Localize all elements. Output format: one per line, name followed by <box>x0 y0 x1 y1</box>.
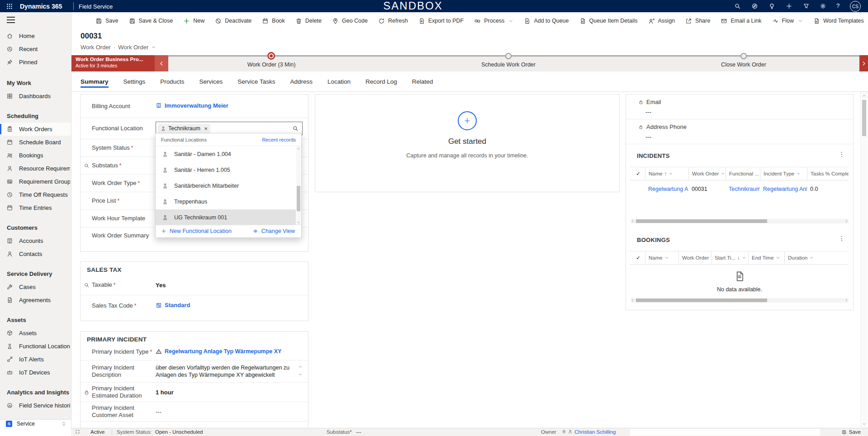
sidebar-item-resource-requirements[interactable]: Resource Requireme... <box>0 162 71 175</box>
assign-button[interactable]: Assign <box>648 18 675 24</box>
bpf-stage-schedule-work-order[interactable]: Schedule Work Order <box>481 55 536 71</box>
scrollbar-thumb[interactable] <box>862 100 866 136</box>
sidebar-item-pinned[interactable]: Pinned <box>0 56 71 69</box>
sidebar-item-work-orders[interactable]: Work Orders <box>0 123 71 136</box>
primary-incident-description-value[interactable]: über diesen Vorfalltyp werden die Regelw… <box>156 364 293 379</box>
sidebar-item-iot-devices[interactable]: IoT Devices <box>0 366 71 379</box>
footer-expand-icon[interactable] <box>75 429 80 434</box>
tab-summary[interactable]: Summary <box>81 71 109 92</box>
plus-icon[interactable] <box>786 3 792 9</box>
sidebar-item-accounts[interactable]: Accounts <box>0 234 71 247</box>
flow-button[interactable]: Flow <box>772 18 803 24</box>
email-a-link-button[interactable]: Email a Link <box>721 18 761 24</box>
bpf-next-stage-arrow[interactable] <box>859 55 868 71</box>
brand-label[interactable]: Dynamics 365 <box>20 3 62 10</box>
sidebar-item-schedule-board[interactable]: Schedule Board <box>0 136 71 149</box>
scrollbar-thumb[interactable] <box>636 219 767 223</box>
column-header-name[interactable]: Name↑ <box>645 167 688 180</box>
lookup-result-item[interactable]: Sanitärbereich Mitarbeiter <box>156 178 296 194</box>
flyout-scrollbar[interactable] <box>296 146 301 225</box>
owner-value-link[interactable]: Christian Schilling <box>574 429 616 435</box>
column-header-tasks[interactable]: Tasks % Comple... <box>807 167 849 180</box>
sidebar-item-field-service-historical[interactable]: Field Service historic... <box>0 399 71 412</box>
incident-name-link[interactable]: Regelwartung Anla <box>648 186 688 192</box>
bpf-process-badge[interactable]: Work Order Business Pro... Active for 3 … <box>71 55 155 71</box>
lookup-result-item[interactable]: Sanitär - Damen 1.004 <box>156 146 296 162</box>
more-commands-icon[interactable]: ⋮ <box>839 235 845 242</box>
owner-field[interactable] <box>630 429 820 436</box>
search-icon[interactable] <box>292 125 299 132</box>
gear-icon[interactable] <box>820 3 826 9</box>
column-header-functional[interactable]: Functional ... <box>726 167 760 180</box>
sidebar-item-dashboards[interactable]: Dashboards <box>0 90 71 103</box>
breadcrumb-form-selector[interactable]: Work Order <box>118 44 148 51</box>
sidebar-item-bookings[interactable]: Bookings <box>0 149 71 162</box>
customer-asset-value[interactable]: --- <box>156 408 303 415</box>
select-all-checkbox[interactable]: ✓ <box>630 251 645 264</box>
sidebar-item-cases[interactable]: Cases <box>0 280 71 294</box>
footer-save-button[interactable]: Save <box>842 429 861 435</box>
lookup-result-item[interactable]: Sanitär - Herren 1.005 <box>156 162 296 178</box>
delete-button[interactable]: Delete <box>295 18 322 24</box>
substatus-value[interactable]: --- <box>356 429 361 435</box>
billing-account-link[interactable]: Immoverwaltung Meier <box>156 102 228 109</box>
help-icon[interactable]: ? <box>836 2 840 9</box>
sales-tax-code-link[interactable]: Standard <box>156 302 190 308</box>
scroll-up-icon[interactable] <box>298 365 303 369</box>
bpf-collapse-button[interactable] <box>155 55 168 71</box>
lookup-result-item[interactable]: Treppenhaus <box>156 194 296 209</box>
waffle-icon[interactable] <box>6 3 13 10</box>
primary-incident-type-link[interactable]: Regelwartung Anlage Typ Wärmepumpe XY <box>156 348 281 355</box>
book-button[interactable]: Book <box>262 18 285 24</box>
column-header-duration[interactable]: Duration <box>784 251 849 264</box>
avatar[interactable]: CS <box>850 1 861 12</box>
incidents-table-row[interactable]: Regelwartung Anla 00031 Technikraum Rege… <box>630 180 849 198</box>
incident-functional-link[interactable]: Technikraum <box>729 186 760 192</box>
deactivate-button[interactable]: Deactivate <box>215 18 251 24</box>
sidebar-item-time-off-requests[interactable]: Time Off Requests <box>0 188 71 201</box>
compass-icon[interactable] <box>751 3 758 9</box>
scrollbar-thumb[interactable] <box>636 299 767 302</box>
sidebar-item-functional-locations[interactable]: Functional Locations <box>0 340 71 353</box>
tab-address[interactable]: Address <box>290 71 313 92</box>
share-button[interactable]: Share <box>685 18 710 24</box>
area-switcher[interactable]: S Service <box>0 419 71 428</box>
sidebar-item-assets[interactable]: Assets <box>0 327 71 340</box>
queue-item-details-button[interactable]: Queue Item Details <box>579 18 638 24</box>
lookup-tag[interactable]: Technikraum ✕ <box>158 124 210 133</box>
lightbulb-icon[interactable] <box>768 3 775 9</box>
scroll-down-icon[interactable] <box>298 372 303 377</box>
breadcrumb-entity[interactable]: Work Order <box>81 44 111 51</box>
sidebar-item-requirement-groups[interactable]: Requirement Groups <box>0 175 71 188</box>
add-to-queue-button[interactable]: Add to Queue <box>524 18 569 24</box>
bpf-stage-dot[interactable] <box>505 53 512 59</box>
hamburger-menu-icon[interactable] <box>7 17 15 23</box>
tab-record-log[interactable]: Record Log <box>365 71 397 92</box>
refresh-button[interactable]: Refresh <box>378 18 408 24</box>
taxable-value[interactable]: Yes <box>156 282 303 289</box>
bpf-stage-dot[interactable] <box>740 53 747 59</box>
column-header-incident-type[interactable]: Incident Type <box>760 167 807 180</box>
sidebar-item-time-entries[interactable]: Time Entries <box>0 201 71 214</box>
sidebar-item-contacts[interactable]: Contacts <box>0 247 71 261</box>
sidebar-item-home[interactable]: Home <box>0 29 71 43</box>
lookup-result-item-highlighted[interactable]: UG Technikraum 001 <box>156 209 296 225</box>
remove-tag-icon[interactable]: ✕ <box>204 126 208 131</box>
new-functional-location-link[interactable]: New Functional Location <box>161 228 232 234</box>
new-button[interactable]: New <box>183 18 204 24</box>
tab-service-tasks[interactable]: Service Tasks <box>237 71 275 92</box>
app-name-label[interactable]: Field Service <box>79 3 113 10</box>
column-header-work-order[interactable]: Work Order <box>678 251 711 264</box>
tab-services[interactable]: Services <box>199 71 223 92</box>
column-header-start-time[interactable]: Start Ti...↓ <box>711 251 748 264</box>
sidebar-item-agreements[interactable]: Agreements <box>0 294 71 307</box>
filter-icon[interactable] <box>803 3 810 9</box>
bpf-active-stage-dot[interactable] <box>267 52 275 60</box>
column-header-work-order[interactable]: Work Order <box>688 167 726 180</box>
bookings-horizontal-scrollbar[interactable] <box>631 298 849 303</box>
tab-settings[interactable]: Settings <box>123 71 146 92</box>
tab-location[interactable]: Location <box>327 71 351 92</box>
word-templates-button[interactable]: Word Templates <box>813 18 868 24</box>
recent-records-link[interactable]: Recent records <box>262 137 296 142</box>
sidebar-item-iot-alerts[interactable]: IoT Alerts <box>0 353 71 366</box>
